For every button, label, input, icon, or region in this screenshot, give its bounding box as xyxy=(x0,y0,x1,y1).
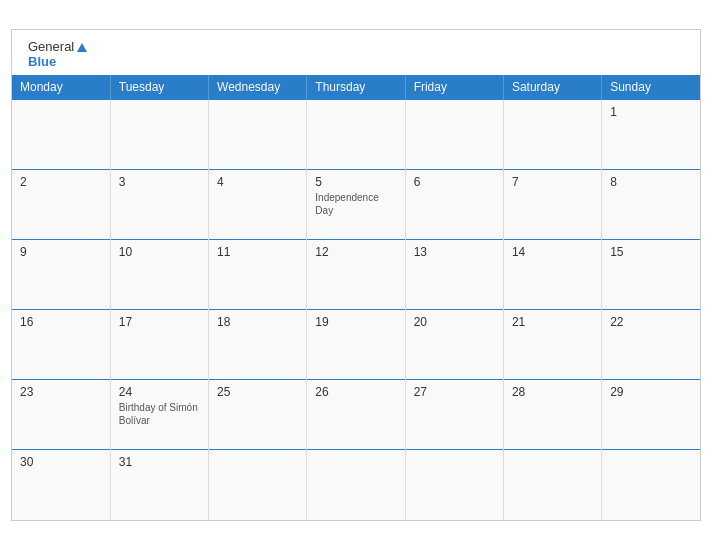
calendar-cell: 14 xyxy=(503,240,601,310)
calendar-week-row: 2324Birthday of Simón Bolívar2526272829 xyxy=(12,380,700,450)
calendar-grid: Monday Tuesday Wednesday Thursday Friday… xyxy=(12,75,700,520)
day-number: 1 xyxy=(610,105,692,119)
calendar-cell: 16 xyxy=(12,310,110,380)
day-number: 24 xyxy=(119,385,200,399)
calendar-cell: 26 xyxy=(307,380,405,450)
day-number: 20 xyxy=(414,315,495,329)
day-number: 16 xyxy=(20,315,102,329)
calendar-cell xyxy=(209,100,307,170)
day-number: 3 xyxy=(119,175,200,189)
weekday-header-row: Monday Tuesday Wednesday Thursday Friday… xyxy=(12,75,700,100)
day-number: 17 xyxy=(119,315,200,329)
calendar-cell: 3 xyxy=(110,170,208,240)
day-number: 31 xyxy=(119,455,200,469)
calendar-cell: 22 xyxy=(602,310,700,380)
calendar-cell: 29 xyxy=(602,380,700,450)
calendar-header: General Blue xyxy=(12,30,700,75)
calendar-cell xyxy=(503,450,601,520)
calendar-cell: 6 xyxy=(405,170,503,240)
calendar-cell: 15 xyxy=(602,240,700,310)
weekday-tuesday: Tuesday xyxy=(110,75,208,100)
weekday-saturday: Saturday xyxy=(503,75,601,100)
calendar-cell: 4 xyxy=(209,170,307,240)
calendar-week-row: 1 xyxy=(12,100,700,170)
calendar-cell: 9 xyxy=(12,240,110,310)
calendar-cell xyxy=(405,100,503,170)
day-number: 9 xyxy=(20,245,102,259)
logo-triangle-icon xyxy=(77,43,87,52)
day-number: 12 xyxy=(315,245,396,259)
logo-blue-text: Blue xyxy=(28,55,56,69)
weekday-sunday: Sunday xyxy=(602,75,700,100)
calendar-cell: 10 xyxy=(110,240,208,310)
day-number: 18 xyxy=(217,315,298,329)
calendar-cell xyxy=(503,100,601,170)
day-number: 2 xyxy=(20,175,102,189)
calendar-cell: 7 xyxy=(503,170,601,240)
calendar-cell: 1 xyxy=(602,100,700,170)
day-number: 19 xyxy=(315,315,396,329)
calendar-cell xyxy=(110,100,208,170)
calendar-cell: 20 xyxy=(405,310,503,380)
day-number: 7 xyxy=(512,175,593,189)
day-number: 5 xyxy=(315,175,396,189)
day-number: 4 xyxy=(217,175,298,189)
day-number: 22 xyxy=(610,315,692,329)
calendar-cell: 19 xyxy=(307,310,405,380)
day-number: 8 xyxy=(610,175,692,189)
logo-general-text: General xyxy=(28,40,74,54)
calendar-week-row: 2345Independence Day678 xyxy=(12,170,700,240)
weekday-thursday: Thursday xyxy=(307,75,405,100)
event-text: Birthday of Simón Bolívar xyxy=(119,401,200,427)
calendar-cell: 21 xyxy=(503,310,601,380)
calendar-cell: 5Independence Day xyxy=(307,170,405,240)
day-number: 6 xyxy=(414,175,495,189)
calendar-cell: 18 xyxy=(209,310,307,380)
calendar-cell xyxy=(602,450,700,520)
event-text: Independence Day xyxy=(315,191,396,217)
day-number: 13 xyxy=(414,245,495,259)
day-number: 25 xyxy=(217,385,298,399)
day-number: 26 xyxy=(315,385,396,399)
weekday-wednesday: Wednesday xyxy=(209,75,307,100)
calendar-cell: 31 xyxy=(110,450,208,520)
calendar-cell: 13 xyxy=(405,240,503,310)
calendar-cell: 24Birthday of Simón Bolívar xyxy=(110,380,208,450)
calendar-week-row: 9101112131415 xyxy=(12,240,700,310)
calendar-cell xyxy=(12,100,110,170)
day-number: 28 xyxy=(512,385,593,399)
calendar-cell: 2 xyxy=(12,170,110,240)
calendar-cell: 8 xyxy=(602,170,700,240)
calendar-cell xyxy=(405,450,503,520)
calendar-cell: 27 xyxy=(405,380,503,450)
day-number: 30 xyxy=(20,455,102,469)
calendar-week-row: 3031 xyxy=(12,450,700,520)
calendar-cell xyxy=(209,450,307,520)
calendar-cell: 30 xyxy=(12,450,110,520)
weekday-monday: Monday xyxy=(12,75,110,100)
calendar-week-row: 16171819202122 xyxy=(12,310,700,380)
day-number: 11 xyxy=(217,245,298,259)
calendar-cell: 23 xyxy=(12,380,110,450)
day-number: 27 xyxy=(414,385,495,399)
calendar-cell: 25 xyxy=(209,380,307,450)
weekday-friday: Friday xyxy=(405,75,503,100)
calendar-cell xyxy=(307,450,405,520)
calendar: General Blue Monday Tuesday Wednesday Th… xyxy=(11,29,701,520)
calendar-cell: 11 xyxy=(209,240,307,310)
day-number: 15 xyxy=(610,245,692,259)
day-number: 23 xyxy=(20,385,102,399)
day-number: 29 xyxy=(610,385,692,399)
calendar-cell: 17 xyxy=(110,310,208,380)
calendar-cell: 28 xyxy=(503,380,601,450)
calendar-cell: 12 xyxy=(307,240,405,310)
logo: General Blue xyxy=(28,40,87,69)
day-number: 21 xyxy=(512,315,593,329)
day-number: 10 xyxy=(119,245,200,259)
calendar-cell xyxy=(307,100,405,170)
day-number: 14 xyxy=(512,245,593,259)
